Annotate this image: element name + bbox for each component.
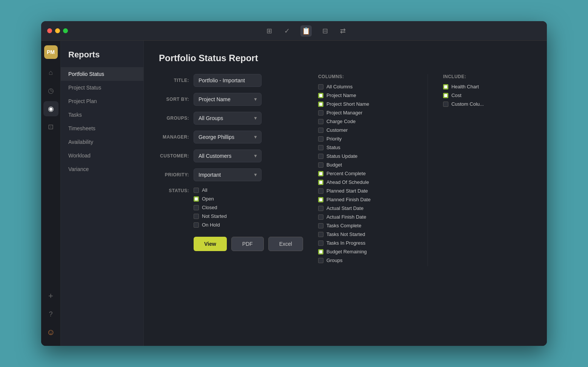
include-custom-col-checkbox[interactable] bbox=[443, 102, 448, 107]
col-actual-start-date-checkbox[interactable] bbox=[318, 206, 323, 211]
include-header: INCLUDE: bbox=[443, 74, 519, 79]
manager-select[interactable]: George Phillips bbox=[194, 131, 262, 143]
customer-select-wrapper: All Customers ▼ bbox=[194, 150, 262, 162]
col-percent-complete-checkbox[interactable] bbox=[318, 171, 323, 176]
split-icon[interactable]: ⇄ bbox=[339, 25, 347, 37]
sidebar-item-variance[interactable]: Variance bbox=[61, 162, 143, 176]
col-actual-finish-date-checkbox[interactable] bbox=[318, 214, 323, 220]
col-budget-checkbox[interactable] bbox=[318, 162, 323, 168]
customer-label: CUSTOMER: bbox=[159, 153, 189, 159]
status-on-hold-row: On Hold bbox=[194, 222, 227, 228]
column-divider bbox=[428, 74, 428, 266]
sort-select-wrapper: Project Name ▼ bbox=[194, 93, 262, 106]
col-customer-checkbox[interactable] bbox=[318, 128, 323, 133]
nav-briefcase[interactable]: ⊡ bbox=[43, 119, 58, 134]
include-cost-checkbox[interactable] bbox=[443, 93, 448, 98]
nav-help[interactable]: ? bbox=[43, 307, 58, 322]
sort-select[interactable]: Project Name bbox=[194, 93, 262, 106]
icon-nav: PM ⌂ ◷ ◉ ⊡ + ? ☺ bbox=[41, 41, 61, 346]
col-actual-finish-date-row: Actual Finish Date bbox=[318, 214, 413, 220]
include-custom-col-row: Custom Colu... bbox=[443, 101, 519, 107]
groups-select[interactable]: All Groups bbox=[194, 112, 262, 125]
sidebar-item-tasks[interactable]: Tasks bbox=[61, 108, 143, 122]
groups-select-wrapper: All Groups ▼ bbox=[194, 112, 262, 125]
col-groups-checkbox[interactable] bbox=[318, 258, 323, 263]
col-charge-code-checkbox[interactable] bbox=[318, 119, 323, 124]
status-not-started-checkbox[interactable] bbox=[194, 214, 199, 219]
col-planned-start-date-checkbox[interactable] bbox=[318, 188, 323, 194]
col-status-checkbox[interactable] bbox=[318, 145, 323, 150]
col-charge-code-label: Charge Code bbox=[326, 119, 356, 124]
col-planned-start-date-row: Planned Start Date bbox=[318, 188, 413, 194]
sidebar-item-timesheets[interactable]: Timesheets bbox=[61, 122, 143, 135]
include-health-chart-row: Health Chart bbox=[443, 84, 519, 89]
nav-person[interactable]: ◉ bbox=[43, 101, 58, 116]
view-button[interactable]: View bbox=[194, 237, 227, 251]
sidebar-item-portfolio-status[interactable]: Portfolio Status bbox=[61, 67, 143, 81]
main-content: Portfolio Status Report TITLE: SORT BY: bbox=[144, 41, 547, 346]
status-on-hold-label: On Hold bbox=[202, 222, 220, 228]
link-icon[interactable]: ⊟ bbox=[321, 25, 329, 37]
col-charge-code-row: Charge Code bbox=[318, 119, 413, 124]
col-budget-remaining-row: Budget Remaining bbox=[318, 249, 413, 254]
title-input[interactable] bbox=[194, 74, 262, 87]
col-tasks-complete-checkbox[interactable] bbox=[318, 223, 323, 228]
app-logo[interactable]: PM bbox=[44, 45, 58, 59]
col-project-short-name-label: Project Short Name bbox=[326, 101, 369, 107]
col-budget-row: Budget bbox=[318, 162, 413, 168]
status-open-checkbox[interactable] bbox=[194, 196, 199, 202]
col-priority-label: Priority bbox=[326, 136, 342, 142]
sidebar-item-workload[interactable]: Workload bbox=[61, 149, 143, 162]
col-project-name-checkbox[interactable] bbox=[318, 93, 323, 98]
col-tasks-in-progress-row: Tasks In Progress bbox=[318, 240, 413, 246]
include-cost-label: Cost bbox=[451, 93, 462, 98]
col-priority-checkbox[interactable] bbox=[318, 136, 323, 142]
pdf-button[interactable]: PDF bbox=[231, 237, 264, 251]
col-tasks-not-started-label: Tasks Not Started bbox=[326, 231, 365, 237]
col-tasks-not-started-checkbox[interactable] bbox=[318, 232, 323, 237]
col-budget-remaining-checkbox[interactable] bbox=[318, 249, 323, 254]
col-tasks-in-progress-checkbox[interactable] bbox=[318, 241, 323, 246]
maximize-button[interactable] bbox=[63, 28, 68, 33]
nav-user[interactable]: ☺ bbox=[43, 325, 58, 340]
excel-button[interactable]: Excel bbox=[268, 237, 303, 251]
clipboard-icon[interactable]: 📋 bbox=[300, 25, 312, 37]
nav-add[interactable]: + bbox=[43, 288, 58, 304]
sidebar-item-project-plan[interactable]: Project Plan bbox=[61, 94, 143, 108]
manager-label: MANAGER: bbox=[159, 134, 189, 140]
sidebar-item-project-status[interactable]: Project Status bbox=[61, 81, 143, 94]
status-closed-checkbox[interactable] bbox=[194, 205, 199, 210]
col-project-name-label: Project Name bbox=[326, 93, 356, 98]
priority-label: PRIORITY: bbox=[159, 172, 189, 177]
app-window: ⊞ ✓ 📋 ⊟ ⇄ PM ⌂ ◷ ◉ ⊡ + ? ☺ Reports Portf… bbox=[41, 21, 547, 346]
col-project-short-name-checkbox[interactable] bbox=[318, 102, 323, 107]
status-not-started-label: Not Started bbox=[202, 213, 227, 219]
col-groups-label: Groups bbox=[326, 258, 343, 263]
customer-select[interactable]: All Customers bbox=[194, 150, 262, 162]
include-health-chart-checkbox[interactable] bbox=[443, 84, 448, 89]
priority-select[interactable]: Important bbox=[194, 168, 262, 181]
status-all-checkbox[interactable] bbox=[194, 188, 199, 193]
minimize-button[interactable] bbox=[55, 28, 60, 33]
title-label: TITLE: bbox=[159, 78, 189, 83]
col-project-manager-checkbox[interactable] bbox=[318, 110, 323, 116]
status-on-hold-checkbox[interactable] bbox=[194, 222, 199, 228]
include-section: INCLUDE: Health Chart Cost Custom Col bbox=[443, 74, 519, 266]
nav-clock[interactable]: ◷ bbox=[43, 83, 58, 98]
col-planned-finish-date-checkbox[interactable] bbox=[318, 197, 323, 202]
col-ahead-of-schedule-label: Ahead Of Schedule bbox=[326, 179, 369, 185]
col-status-update-checkbox[interactable] bbox=[318, 154, 323, 159]
include-health-chart-label: Health Chart bbox=[451, 84, 479, 89]
col-ahead-of-schedule-row: Ahead Of Schedule bbox=[318, 179, 413, 185]
sidebar-item-availability[interactable]: Availability bbox=[61, 135, 143, 149]
col-ahead-of-schedule-checkbox[interactable] bbox=[318, 180, 323, 185]
nav-home[interactable]: ⌂ bbox=[43, 65, 58, 80]
status-open-label: Open bbox=[202, 196, 214, 202]
col-priority-row: Priority bbox=[318, 136, 413, 142]
search-icon[interactable]: ⊞ bbox=[265, 25, 274, 37]
close-button[interactable] bbox=[47, 28, 52, 33]
check-icon[interactable]: ✓ bbox=[283, 25, 291, 37]
col-all-checkbox[interactable] bbox=[318, 84, 323, 89]
col-actual-finish-date-label: Actual Finish Date bbox=[326, 214, 366, 220]
col-percent-complete-row: Percent Complete bbox=[318, 171, 413, 176]
